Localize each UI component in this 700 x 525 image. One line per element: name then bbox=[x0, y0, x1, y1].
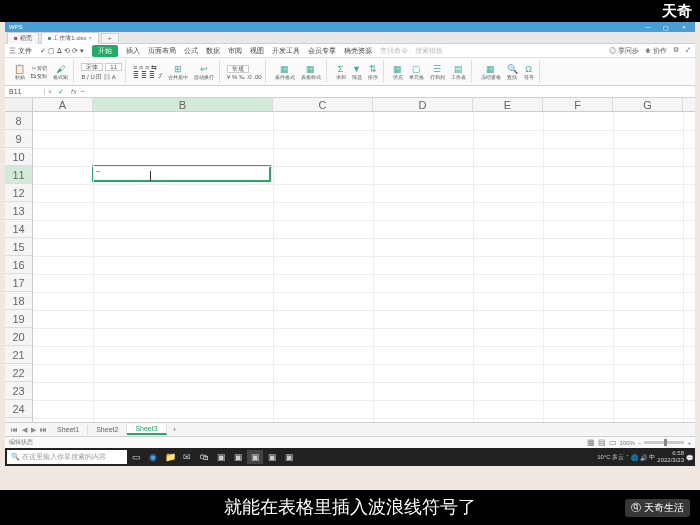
sheet-button[interactable]: ▤工作表 bbox=[449, 63, 468, 81]
explorer-icon[interactable]: 📁 bbox=[162, 450, 178, 464]
col-header-C[interactable]: C bbox=[273, 98, 373, 111]
volume-icon[interactable]: 🔊 bbox=[640, 454, 647, 461]
formula-input[interactable]: ~ bbox=[81, 88, 85, 95]
sheet-tab-3[interactable]: Sheet3 bbox=[127, 424, 166, 435]
find-button[interactable]: 🔍查找 bbox=[505, 63, 520, 81]
sheet-nav-last[interactable]: ⏭ bbox=[38, 426, 49, 433]
row-header-13[interactable]: 13 bbox=[5, 202, 32, 220]
tray-up-icon[interactable]: ˄ bbox=[626, 454, 629, 461]
sort-button[interactable]: ⇅排序 bbox=[366, 63, 380, 81]
row-header-22[interactable]: 22 bbox=[5, 364, 32, 382]
symbol-button[interactable]: Ω符号 bbox=[522, 63, 536, 81]
font-select[interactable]: 宋体 bbox=[81, 63, 103, 71]
view-break-icon[interactable]: ▭ bbox=[609, 438, 617, 447]
condfmt-button[interactable]: ▦条件格式 bbox=[273, 63, 297, 81]
store-icon[interactable]: 🛍 bbox=[196, 450, 212, 464]
freeze-button[interactable]: ▦冻结窗格 bbox=[479, 63, 503, 81]
fill-button[interactable]: ▦填充 bbox=[391, 63, 405, 81]
menu-vip[interactable]: 会员专享 bbox=[308, 46, 336, 56]
sheet-tab-1[interactable]: Sheet1 bbox=[49, 425, 88, 434]
menu-review[interactable]: 审阅 bbox=[228, 46, 242, 56]
view-normal-icon[interactable]: ▦ bbox=[587, 438, 595, 447]
confirm-edit-icon[interactable]: ✓ bbox=[55, 88, 67, 96]
format-brush[interactable]: 🖌格式刷 bbox=[51, 63, 70, 81]
fx-icon[interactable]: fx bbox=[67, 88, 80, 95]
rowcol-button[interactable]: ☰行和列 bbox=[428, 63, 447, 81]
col-header-E[interactable]: E bbox=[473, 98, 543, 111]
col-header-G[interactable]: G bbox=[613, 98, 683, 111]
spreadsheet-grid[interactable]: ABCDEFG 89101112131415161718192021222324… bbox=[5, 98, 695, 422]
sum-button[interactable]: Σ求和 bbox=[334, 63, 348, 81]
sheet-nav-next[interactable]: ▶ bbox=[29, 426, 38, 434]
row-header-11[interactable]: 11 bbox=[5, 166, 32, 184]
name-box[interactable]: B11 bbox=[5, 88, 45, 95]
file-menu[interactable]: 三 文件 bbox=[9, 46, 32, 56]
app-icon[interactable]: ▣ bbox=[213, 450, 229, 464]
clock-time[interactable]: 6:58 bbox=[657, 450, 684, 457]
menu-data[interactable]: 数据 bbox=[206, 46, 220, 56]
row-header-10[interactable]: 10 bbox=[5, 148, 32, 166]
ime-icon[interactable]: 中 bbox=[649, 453, 655, 462]
col-header-B[interactable]: B bbox=[93, 98, 273, 111]
row-header-12[interactable]: 12 bbox=[5, 184, 32, 202]
row-header-8[interactable]: 8 bbox=[5, 112, 32, 130]
zoom-level[interactable]: 100% bbox=[620, 440, 635, 446]
sheet-nav-first[interactable]: ⏮ bbox=[9, 426, 20, 433]
active-cell[interactable]: ~ bbox=[92, 165, 271, 182]
filter-button[interactable]: ▼筛选 bbox=[350, 63, 364, 81]
close-tab-icon[interactable]: × bbox=[89, 35, 93, 41]
clock-date[interactable]: 2022/3/23 bbox=[657, 457, 684, 464]
cell-button[interactable]: ▢单元格 bbox=[407, 63, 426, 81]
wps-taskbar-icon[interactable]: ▣ bbox=[247, 450, 263, 464]
doc-tab-home[interactable]: 稻壳 bbox=[7, 32, 39, 44]
menu-res[interactable]: 稿壳资源 bbox=[344, 46, 372, 56]
menu-home[interactable]: 开始 bbox=[92, 45, 118, 57]
cancel-edit-icon[interactable]: × bbox=[45, 88, 55, 95]
edge-icon[interactable]: ◉ bbox=[145, 450, 161, 464]
weather-tray[interactable]: 10°C 多云 bbox=[597, 453, 624, 462]
collab-button[interactable]: ❀ 协作 bbox=[645, 46, 667, 56]
app-icon-4[interactable]: ▣ bbox=[281, 450, 297, 464]
mail-icon[interactable]: ✉ bbox=[179, 450, 195, 464]
row-header-24[interactable]: 24 bbox=[5, 400, 32, 418]
menu-view[interactable]: 视图 bbox=[250, 46, 264, 56]
notification-icon[interactable]: 💬 bbox=[686, 454, 693, 461]
menu-dev[interactable]: 开发工具 bbox=[272, 46, 300, 56]
merge-button[interactable]: ⊞合并居中 bbox=[166, 63, 190, 81]
row-header-21[interactable]: 21 bbox=[5, 346, 32, 364]
zoom-slider[interactable] bbox=[644, 441, 684, 444]
copy-button[interactable]: ⿻ 复制 bbox=[29, 72, 49, 80]
row-header-15[interactable]: 15 bbox=[5, 238, 32, 256]
settings-icon[interactable]: ⚙ bbox=[673, 46, 679, 56]
taskbar-search[interactable]: 🔍 在这里输入你要搜索的内容 bbox=[7, 450, 127, 464]
menu-formula[interactable]: 公式 bbox=[184, 46, 198, 56]
close-button[interactable]: × bbox=[677, 24, 691, 31]
col-header-A[interactable]: A bbox=[33, 98, 93, 111]
select-all-corner[interactable] bbox=[5, 98, 33, 112]
tblstyle-button[interactable]: ▦表格样式 bbox=[299, 63, 323, 81]
network-icon[interactable]: 🌐 bbox=[631, 454, 638, 461]
fontsize-select[interactable]: 11 bbox=[105, 63, 122, 71]
row-header-18[interactable]: 18 bbox=[5, 292, 32, 310]
menu-layout[interactable]: 页面布局 bbox=[148, 46, 176, 56]
menu-insert[interactable]: 插入 bbox=[126, 46, 140, 56]
minimize-button[interactable]: — bbox=[641, 24, 655, 31]
cut-button[interactable]: ✂ 剪切 bbox=[29, 64, 49, 72]
col-header-F[interactable]: F bbox=[543, 98, 613, 111]
add-sheet-button[interactable]: + bbox=[167, 426, 183, 433]
zoom-out-icon[interactable]: − bbox=[638, 440, 642, 446]
doc-tab-workbook[interactable]: 工作簿1.xlsx× bbox=[41, 32, 99, 44]
row-header-19[interactable]: 19 bbox=[5, 310, 32, 328]
row-header-9[interactable]: 9 bbox=[5, 130, 32, 148]
row-header-23[interactable]: 23 bbox=[5, 382, 32, 400]
view-page-icon[interactable]: ▤ bbox=[598, 438, 606, 447]
app-icon-3[interactable]: ▣ bbox=[264, 450, 280, 464]
col-header-D[interactable]: D bbox=[373, 98, 473, 111]
maximize-button[interactable]: ▢ bbox=[659, 24, 673, 31]
row-header-14[interactable]: 14 bbox=[5, 220, 32, 238]
numfmt-select[interactable]: 常规 bbox=[227, 65, 249, 73]
row-header-17[interactable]: 17 bbox=[5, 274, 32, 292]
sheet-nav-prev[interactable]: ◀ bbox=[20, 426, 29, 434]
sync-button[interactable]: ◎ 享同步 bbox=[609, 46, 639, 56]
paste-button[interactable]: 📋粘贴 bbox=[12, 63, 27, 81]
